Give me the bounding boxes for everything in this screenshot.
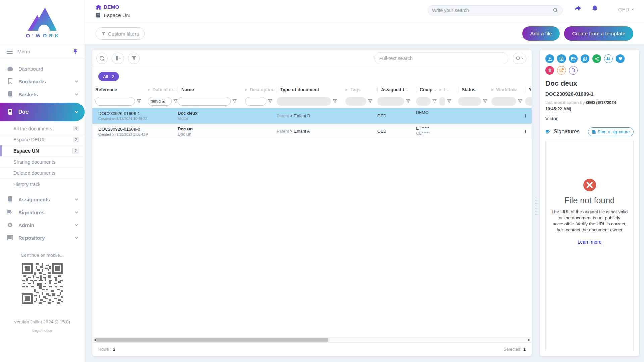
scrollbar-thumb[interactable] <box>96 338 328 342</box>
sidebar-subitem-deleted-documents[interactable]: Deleted documents <box>0 168 85 179</box>
tab-all-badge[interactable]: All : 2 <box>98 72 119 81</box>
assign-users-button[interactable] <box>604 54 613 63</box>
filter-funnel-icon[interactable] <box>368 99 372 103</box>
column-header-y-clipped[interactable]: Y <box>525 87 532 92</box>
calendar-icon[interactable] <box>162 99 165 103</box>
document-info-button[interactable] <box>569 66 578 75</box>
add-file-button[interactable]: Add a file <box>522 26 560 41</box>
share-icon[interactable] <box>574 5 582 12</box>
scroll-right-arrow[interactable]: ▶ <box>528 338 530 341</box>
subitem-label: Deleted documents <box>13 170 55 176</box>
refresh-button[interactable] <box>96 53 108 64</box>
filter-funnel-icon[interactable] <box>447 99 451 103</box>
sidebar-subitem-espace-un[interactable]: Espace UN 2 <box>0 145 85 157</box>
filter-funnel-icon[interactable] <box>333 99 337 103</box>
gear-icon: ⚙ <box>7 222 13 228</box>
create-from-template-button[interactable]: Create from a template <box>564 26 633 41</box>
document-name-sub: Doc un <box>178 132 245 137</box>
panel-author: Victor <box>545 116 634 121</box>
sidebar-subitem-history-track[interactable]: History track <box>0 179 85 190</box>
sidebar-subitem-sharing-documents[interactable]: Sharing documents <box>0 157 85 168</box>
custom-filters-button[interactable]: Custom filters <box>96 27 145 40</box>
sidebar-item-admin[interactable]: ⚙ Admin <box>0 219 85 231</box>
filter-funnel-icon[interactable] <box>173 99 178 103</box>
document-row-doc-deux[interactable]: w DOC230926-01609-1 Created on 6/18/2024… <box>92 108 532 124</box>
document-created: Created on 6/18/2024 10:45:22 AM <box>98 117 148 121</box>
sidebar-subitem-espace-deux[interactable]: Espace DEUX 2 <box>0 134 85 145</box>
search-icon[interactable] <box>553 8 558 13</box>
learn-more-link[interactable]: Learn more <box>578 239 602 245</box>
columns-button[interactable] <box>112 53 124 64</box>
filter-input-description[interactable] <box>248 99 263 104</box>
pin-icon[interactable] <box>73 49 78 54</box>
app-logo[interactable]: O'WORK <box>0 0 85 44</box>
filter-input-name[interactable] <box>181 99 228 104</box>
column-divider <box>525 87 525 92</box>
filter-funnel-icon[interactable] <box>406 99 410 103</box>
columns-icon <box>115 56 118 60</box>
signatures-row: Signatures Start a signature <box>545 127 634 136</box>
copy-button[interactable] <box>581 54 589 63</box>
breadcrumb-home[interactable]: DEMO <box>96 4 119 10</box>
chevron-down-icon <box>75 79 78 83</box>
grid-settings-button[interactable]: ⚙ <box>513 53 526 64</box>
column-header-type-of-document[interactable]: Type of document <box>277 87 345 92</box>
filter-funnel-icon[interactable] <box>137 99 141 103</box>
scroll-left-arrow[interactable]: ◀ <box>94 338 96 341</box>
subitem-label: Espace UN <box>13 148 39 154</box>
horizontal-scrollbar[interactable]: ◀ ▶ <box>93 337 531 342</box>
sidebar-item-repository[interactable]: Repository <box>0 231 85 244</box>
favorite-button[interactable] <box>616 54 625 63</box>
qr-code <box>20 262 64 305</box>
open-folder-button[interactable] <box>569 54 578 63</box>
date-filter-placeholder[interactable]: mm/d <box>151 99 161 104</box>
sidebar-item-bookmarks[interactable]: Bookmarks <box>0 75 85 88</box>
delete-button[interactable] <box>545 66 554 75</box>
filter-funnel-icon[interactable] <box>432 99 437 103</box>
column-header-i[interactable]: ▶I... <box>439 87 458 92</box>
start-signature-button[interactable]: Start a signature <box>588 127 634 136</box>
sidebar-subitem-all-documents[interactable]: All the documents 4 <box>0 123 85 134</box>
chevron-down-icon <box>75 223 78 226</box>
column-header-date-of-creation[interactable]: ▶Date of cr... <box>148 87 178 92</box>
share-button[interactable] <box>592 54 601 63</box>
filter-funnel-icon[interactable] <box>483 99 487 103</box>
legal-notice-link[interactable]: Legal notice <box>0 328 85 333</box>
download-button[interactable] <box>545 54 554 63</box>
column-header-assigned-to[interactable]: Assigned t... <box>377 87 416 92</box>
start-signature-label: Start a signature <box>598 129 630 134</box>
document-row-doc-un[interactable]: DOC230926-01608-0 Created on 9/26/2023 3… <box>92 124 532 139</box>
sidebar-item-baskets[interactable]: Baskets <box>0 88 85 101</box>
filter-input-reference[interactable] <box>98 99 132 104</box>
bell-icon[interactable] <box>591 5 598 12</box>
column-header-name[interactable]: Name <box>178 87 245 92</box>
fulltext-search-input[interactable] <box>379 56 503 61</box>
hamburger-icon[interactable] <box>7 50 13 54</box>
filter-input-y-disabled <box>525 97 532 106</box>
panel-resize-handle[interactable] <box>535 198 538 217</box>
sidebar-item-signatures[interactable]: Signatures <box>0 206 85 219</box>
cta-buttons: Add a file Create from a template <box>522 26 633 41</box>
sidebar-item-dashboard[interactable]: Dashboard <box>0 62 85 75</box>
column-header-reference[interactable]: Reference <box>95 87 148 92</box>
filter-funnel-icon[interactable] <box>518 99 522 103</box>
user-menu[interactable]: GED <box>618 7 634 12</box>
upload-version-button[interactable] <box>557 54 566 63</box>
mobile-hint: Continue on mobile... <box>0 253 85 258</box>
grid-toolbar: ⚙ <box>92 50 532 67</box>
filter-funnel-icon[interactable] <box>232 99 237 103</box>
filter-button[interactable] <box>128 53 140 64</box>
column-header-status[interactable]: Status <box>458 87 491 92</box>
column-divider <box>458 87 458 92</box>
column-header-workflow[interactable]: ▶Workflow <box>491 87 525 92</box>
sort-arrow-icon: ▶ <box>148 88 150 91</box>
sidebar-item-doc[interactable]: Doc <box>0 103 85 121</box>
open-external-button[interactable] <box>557 66 566 75</box>
sidebar-item-assignments[interactable]: Assignments <box>0 193 85 206</box>
filter-funnel-icon[interactable] <box>268 99 272 103</box>
column-header-description[interactable]: ▶Description <box>245 87 277 92</box>
global-search-input[interactable] <box>432 8 553 13</box>
column-header-company[interactable]: Comp... <box>416 87 439 92</box>
trash-icon <box>548 68 552 73</box>
column-header-tags[interactable]: ▶Tags <box>345 87 377 92</box>
